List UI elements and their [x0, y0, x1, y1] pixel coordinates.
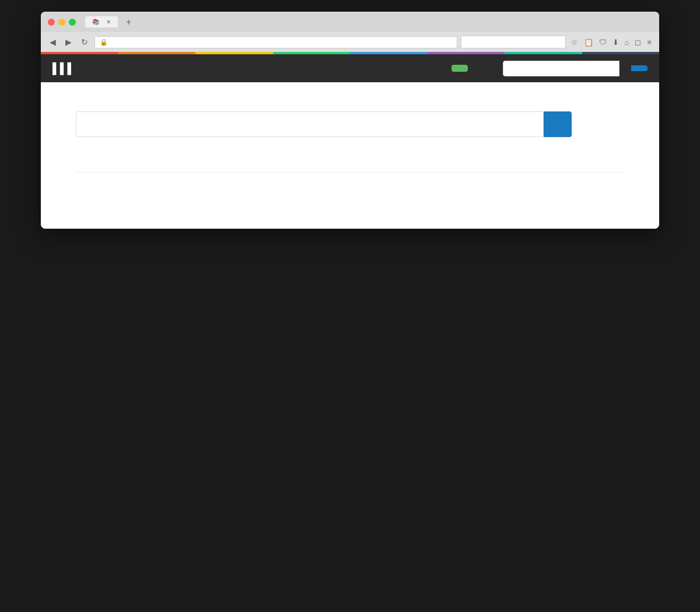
logo-icon: ▌▌▌	[52, 62, 75, 75]
nav-search-button[interactable]	[631, 65, 648, 71]
tab-favicon: 📚	[92, 19, 99, 25]
nav-search-input[interactable]	[503, 61, 620, 76]
close-button[interactable]	[48, 19, 55, 26]
browser-titlebar: 📚 ✕ +	[41, 12, 659, 32]
login-button[interactable]	[452, 65, 468, 72]
lock-icon: 🔒	[100, 39, 108, 46]
active-tab[interactable]: 📚 ✕	[85, 16, 118, 27]
share-icon[interactable]: ◻	[633, 37, 643, 48]
browser-search-input[interactable]	[461, 36, 566, 48]
home-icon[interactable]: ⌂	[623, 37, 631, 48]
shield-icon[interactable]: 🛡	[597, 37, 608, 48]
site-navbar: ▌▌▌	[41, 54, 659, 82]
bookmark-icon[interactable]: ☆	[569, 37, 580, 48]
reading-list-icon[interactable]: 📋	[582, 37, 595, 48]
maximize-button[interactable]	[69, 19, 76, 26]
hero-search-button[interactable]	[544, 111, 572, 137]
site-logo[interactable]: ▌▌▌	[52, 62, 78, 75]
download-icon[interactable]: ⬇	[611, 37, 621, 48]
rainbow-bar	[41, 52, 659, 54]
hero-search-form	[76, 111, 572, 137]
browser-toolbar: ◀ ▶ ↻ 🔒 ☆ 📋 🛡 ⬇ ⌂ ◻ ≡	[41, 32, 659, 52]
refresh-button[interactable]: ↻	[78, 36, 91, 48]
traffic-lights	[48, 19, 76, 26]
tab-close-icon[interactable]: ✕	[106, 19, 111, 25]
address-bar[interactable]: 🔒	[94, 36, 457, 48]
forward-button[interactable]: ▶	[62, 36, 75, 48]
minimize-button[interactable]	[58, 19, 65, 26]
main-content	[41, 82, 659, 229]
section-divider	[76, 172, 624, 173]
toolbar-icons: ☆ 📋 🛡 ⬇ ⌂ ◻ ≡	[569, 37, 653, 48]
hero-search-input[interactable]	[76, 111, 544, 137]
menu-icon[interactable]: ≡	[645, 37, 653, 48]
new-tab-button[interactable]: +	[123, 17, 135, 27]
back-button[interactable]: ◀	[47, 36, 59, 48]
